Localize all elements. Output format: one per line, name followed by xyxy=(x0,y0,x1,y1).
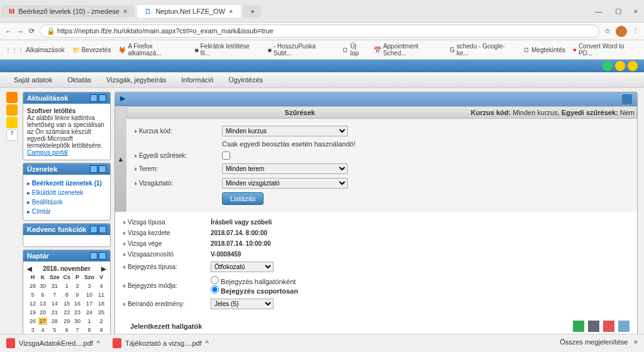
side-letter-icon[interactable] xyxy=(6,92,18,103)
nav-back-icon[interactable]: ← xyxy=(5,28,12,35)
main-menu: Saját adatok Oktatás Vizsgák, jegybeírás… xyxy=(0,72,644,88)
nav-fwd-icon[interactable]: → xyxy=(17,28,24,35)
filter-note: Csak egyedi beosztás esetén használandó! xyxy=(222,140,355,148)
search-icon[interactable] xyxy=(618,321,630,332)
panel-btn[interactable] xyxy=(90,226,97,233)
news-body: Az alábbi linkre kattintva lehetőség van… xyxy=(27,114,104,149)
browser-tab[interactable]: MBeérkező levelek (10) - zmedese× xyxy=(1,5,135,18)
side-cal-icon[interactable]: 7 xyxy=(6,129,18,141)
status-icon[interactable] xyxy=(615,61,625,71)
cal-month: 2018. november xyxy=(43,265,91,272)
close-icon[interactable]: × xyxy=(123,8,127,15)
close-window-icon[interactable]: × xyxy=(628,8,644,15)
panel-btn[interactable] xyxy=(90,94,97,102)
side-star-icon[interactable] xyxy=(6,117,18,128)
bejmod-radio-b[interactable] xyxy=(211,285,219,294)
panel-btn[interactable] xyxy=(99,165,106,173)
bookmark-item[interactable]: 🗋 Új lap xyxy=(342,43,366,57)
panel-btn[interactable] xyxy=(99,252,106,260)
panel-title: Kedvenc funkciók xyxy=(27,226,86,233)
download-item[interactable]: VizsgaAdatokEred....pdf ^ xyxy=(6,338,100,348)
campus-link[interactable]: Campus portál xyxy=(27,149,68,156)
maximize-icon[interactable]: ▢ xyxy=(609,7,628,15)
reload-icon[interactable]: ⟳ xyxy=(29,27,35,35)
kedvenc-panel: Kedvenc funkciók xyxy=(23,223,111,247)
bookmark-item[interactable]: ■ Felirátok letöltése fil... xyxy=(194,43,260,57)
menu-oktatas[interactable]: Oktatás xyxy=(60,72,99,87)
chevron-up-icon[interactable]: ^ xyxy=(97,339,100,347)
kurzus-select[interactable]: Minden kurzus xyxy=(222,126,348,136)
chevron-up-icon[interactable]: ^ xyxy=(206,339,209,347)
side-icon-bar: 7 xyxy=(6,92,19,352)
aktualitasok-panel: Aktualitások Szoftver letöltés Az alábbi… xyxy=(23,92,111,160)
browser-tab-active[interactable]: 🗋Neptun.Net LFZE_OW× xyxy=(137,5,240,18)
panel-title: Üzenetek xyxy=(27,165,57,173)
status-icon[interactable] xyxy=(628,61,638,71)
excel-icon[interactable] xyxy=(573,321,584,332)
filter-label: Egyedi szűrések: xyxy=(134,152,222,159)
bookmarks-bar: ⋮⋮⋮ Alkalmazások 📁 Bevezetés 🦊 A Firefox… xyxy=(0,40,644,60)
pdf-icon xyxy=(113,338,121,348)
close-icon[interactable]: × xyxy=(229,8,233,15)
cal-prev[interactable]: ◀ xyxy=(27,265,32,272)
menu-ugy[interactable]: Ügyintézés xyxy=(221,72,270,87)
avatar[interactable] xyxy=(616,26,627,37)
panel-btn[interactable] xyxy=(90,165,97,173)
star-icon[interactable]: ☆ xyxy=(604,27,611,35)
filter-label: Kurzus kód: xyxy=(134,128,222,135)
terem-select[interactable]: Minden terem xyxy=(222,163,348,174)
panel-title: Naptár xyxy=(27,252,49,260)
bejtipus-select[interactable]: Ötfokozatú xyxy=(211,261,274,272)
filter-label: Terem: xyxy=(134,165,222,172)
close-icon[interactable]: × xyxy=(634,338,638,346)
new-tab-button[interactable]: + xyxy=(243,5,261,18)
pin-icon[interactable] xyxy=(603,321,614,332)
vizsgaztato-select[interactable]: Minden vizsgáztató xyxy=(222,178,348,189)
listazas-button[interactable]: Listázás xyxy=(222,192,264,205)
beirando-select[interactable]: Jeles (5) xyxy=(211,299,274,309)
status-icon[interactable] xyxy=(602,61,613,71)
msg-settings[interactable]: Beállítások xyxy=(27,197,106,207)
side-star-icon[interactable] xyxy=(6,104,18,116)
msg-addr[interactable]: Címtár xyxy=(27,207,106,216)
students-title: Jelentkezett hallgatók xyxy=(123,319,209,334)
collapse-icon[interactable]: ▲ xyxy=(115,106,126,212)
bookmark-item[interactable]: ⋮⋮⋮ Alkalmazások xyxy=(5,43,65,57)
filter-title: Szűrések xyxy=(285,109,315,116)
download-item[interactable]: Tájékoztató a vizsg....pdf ^ xyxy=(113,338,209,348)
cal-next[interactable]: ▶ xyxy=(101,265,106,272)
menu-icon[interactable]: ⋮ xyxy=(632,27,639,35)
minimize-icon[interactable]: — xyxy=(589,8,609,15)
panel-btn[interactable] xyxy=(90,252,97,260)
show-all-downloads[interactable]: Összes megjelenítése xyxy=(560,338,628,346)
msg-inbox[interactable]: Beérkezett üzenetek (1) xyxy=(27,179,106,188)
print-icon[interactable] xyxy=(588,321,599,332)
bookmark-item[interactable]: 📅 Appointment Sched... xyxy=(374,43,442,57)
app-header xyxy=(0,60,644,72)
bookmark-item[interactable]: 🦊 A Firefox alkalmazá... xyxy=(118,43,187,57)
panel-btn[interactable] xyxy=(99,226,106,233)
calendar-grid[interactable]: HKSzeCsPSzoV2930311234567891011121314151… xyxy=(27,272,107,335)
bookmark-item[interactable]: ♥ Convert Word to PD... xyxy=(573,43,639,57)
panel-btn[interactable] xyxy=(99,94,106,102)
help-icon[interactable] xyxy=(622,94,632,104)
menu-vizsgak[interactable]: Vizsgák, jegybeírás xyxy=(99,72,174,87)
uzenetek-panel: Üzenetek Beérkezett üzenetek (1) Elküldö… xyxy=(23,163,111,221)
downloads-bar: VizsgaAdatokEred....pdf ^ Tájékoztató a … xyxy=(0,334,644,352)
bookmark-item[interactable]: G schedu - Google-ke... xyxy=(450,43,516,57)
expand-icon[interactable]: ▶ xyxy=(120,94,125,104)
url-input[interactable]: 🔒 https://neptun.lfze.hu/oktato/main.asp… xyxy=(40,25,599,38)
bookmark-item[interactable]: ■ - HosszuPuska Subt... xyxy=(268,43,335,57)
pdf-icon xyxy=(6,338,15,348)
bookmark-item[interactable]: 🗋 Megtekintés xyxy=(523,43,565,57)
menu-sajat[interactable]: Saját adatok xyxy=(6,72,60,87)
menu-info[interactable]: Információ xyxy=(174,72,221,87)
panel-title: Aktualitások xyxy=(27,94,68,102)
egyedi-checkbox[interactable] xyxy=(222,151,230,160)
filter-label: Vizsgáztató: xyxy=(134,180,222,187)
msg-sent[interactable]: Elküldött üzenetek xyxy=(27,188,106,197)
address-bar: ← → ⟳ 🔒 https://neptun.lfze.hu/oktato/ma… xyxy=(0,23,644,40)
bejmod-radio-a[interactable] xyxy=(211,276,219,284)
news-title: Szoftver letöltés xyxy=(27,107,75,114)
bookmark-item[interactable]: 📁 Bevezetés xyxy=(72,43,111,57)
